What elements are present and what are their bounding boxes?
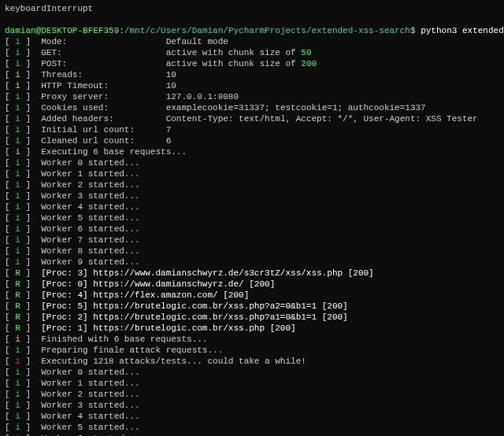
worker-row: [ i ] Worker 2 started... [5,389,499,400]
worker-row: [ i ] Worker 9 started... [5,257,499,268]
worker-row: [ i ] Worker 5 started... [5,212,499,224]
setting-row: [ i ] Proxy server: 127.0.0.1:8080 [5,91,499,102]
finished-base: [ i ] Finished with 6 base requests... [5,334,499,345]
prepare-attack: [ i ] Preparing finale attack requests..… [5,345,499,356]
worker-row: [ i ] Worker 3 started... [5,400,499,411]
kb-interrupt: keyboardInterrupt [5,3,499,14]
worker-row: [ i ] Worker 4 started... [5,201,499,212]
worker-row: [ i ] Worker 8 started... [5,246,499,257]
proc-row: [ R ] [Proc: 2] https://brutelogic.com.b… [5,312,499,323]
worker-row: [ i ] Worker 6 started... [5,433,499,436]
setting-row: [ i ] Threads: 10 [5,69,499,80]
setting-row: [ i ] GET: active with chunk size of 50 [5,47,499,58]
worker-row: [ i ] Worker 4 started... [5,411,499,422]
setting-row: [ i ] Added headers: Content-Type: text/… [5,113,499,124]
setting-row: [ i ] Initial url count: 7 [5,124,499,135]
worker-row: [ i ] Worker 1 started... [5,378,499,389]
worker-row: [ i ] Worker 6 started... [5,224,499,235]
workers-block-2: [ i ] Worker 0 started...[ i ] Worker 1 … [5,367,499,436]
worker-row: [ i ] Worker 0 started... [5,157,499,168]
proc-row: [ R ] [Proc: 3] https://www.damianschwyr… [5,268,499,279]
setting-row: [ i ] Mode: Default mode [5,36,499,47]
worker-row: [ i ] Worker 7 started... [5,235,499,246]
proc-row: [ R ] [Proc: 0] https://www.damianschwyr… [5,279,499,290]
setting-row: [ i ] POST: active with chunk size of 20… [5,58,499,69]
setting-row: [ i ] Cleaned url count: 6 [5,135,499,146]
prompt-cmd: python3 extended-xss-search.py [421,26,504,35]
exec-base: [ i ] Executing 6 base requests... [5,146,499,157]
proc-row: [ R ] [Proc: 4] https://flex.amazon.com/… [5,290,499,301]
setting-row: [ i ] Cookies used: examplecookie=31337;… [5,102,499,113]
worker-row: [ i ] Worker 1 started... [5,168,499,179]
proc-block-1: [ R ] [Proc: 3] https://www.damianschwyr… [5,268,499,334]
settings-block: [ i ] Mode: Default mode[ i ] GET: activ… [5,36,499,146]
worker-row: [ i ] Worker 0 started... [5,367,499,378]
worker-row: [ i ] Worker 5 started... [5,422,499,433]
proc-row: [ R ] [Proc: 5] https://brutelogic.com.b… [5,301,499,312]
prompt-user: damian [5,26,36,35]
worker-row: [ i ] Worker 3 started... [5,190,499,201]
shell-prompt[interactable]: damian@DESKTOP-BFEF359:/mnt/c/Users/Dami… [5,14,499,36]
setting-row: [ i ] HTTP Timeout: 10 [5,80,499,91]
proc-row: [ R ] [Proc: 1] https://brutelogic.com.b… [5,323,499,334]
prompt-path: /mnt/c/Users/Damian/PycharmProjects/exte… [124,26,410,35]
exec-attack: [ i ] Executing 1218 attacks/tests... co… [5,356,499,367]
prompt-colon: : [119,26,124,35]
prompt-dollar: $ [410,26,421,35]
prompt-host: DESKTOP-BFEF359 [41,26,119,35]
workers-block-1: [ i ] Worker 0 started...[ i ] Worker 1 … [5,157,499,268]
worker-row: [ i ] Worker 2 started... [5,179,499,190]
